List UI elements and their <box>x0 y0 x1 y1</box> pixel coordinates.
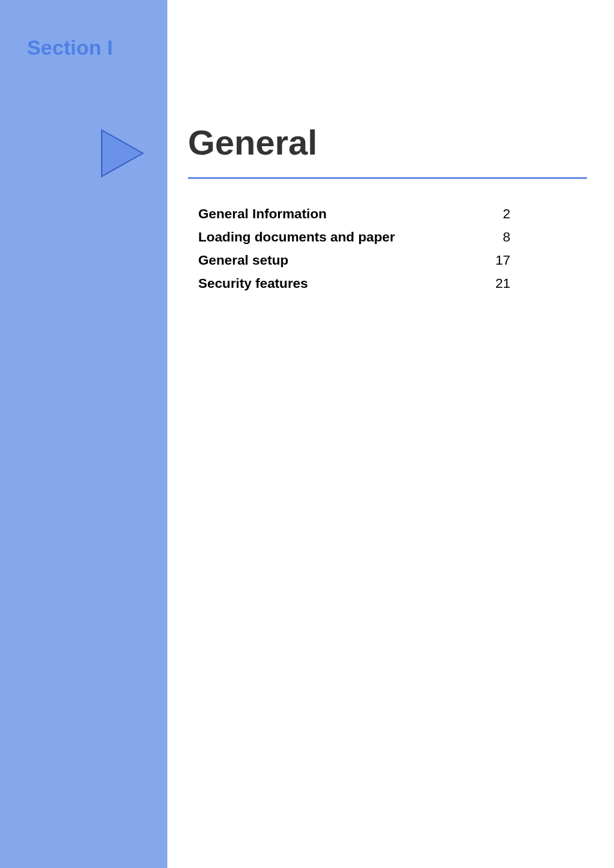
section-label: Section I <box>27 36 113 60</box>
toc-row: Security features 21 <box>198 276 510 291</box>
toc-row: Loading documents and paper 8 <box>198 229 510 245</box>
toc-label[interactable]: Security features <box>198 276 308 291</box>
table-of-contents: General Information 2 Loading documents … <box>198 206 510 299</box>
toc-label[interactable]: Loading documents and paper <box>198 229 395 245</box>
toc-page: 17 <box>491 252 510 268</box>
toc-label[interactable]: General setup <box>198 252 288 268</box>
toc-row: General setup 17 <box>198 252 510 268</box>
toc-row: General Information 2 <box>198 206 510 222</box>
section-title: General <box>188 122 317 162</box>
svg-marker-0 <box>102 130 143 176</box>
play-triangle-icon <box>97 127 148 182</box>
toc-label[interactable]: General Information <box>198 206 327 222</box>
toc-page: 21 <box>491 276 510 291</box>
toc-page: 8 <box>491 229 510 245</box>
toc-page: 2 <box>491 206 510 222</box>
title-underline <box>188 177 587 179</box>
